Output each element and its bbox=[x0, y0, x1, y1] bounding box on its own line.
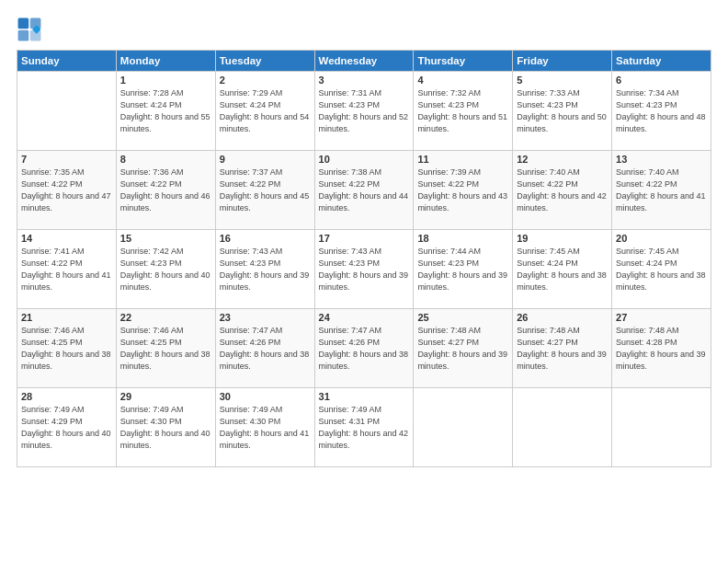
day-number: 11 bbox=[417, 154, 508, 165]
calendar-week-row: 21Sunrise: 7:46 AMSunset: 4:25 PMDayligh… bbox=[17, 309, 711, 388]
day-info: Sunrise: 7:48 AMSunset: 4:28 PMDaylight:… bbox=[616, 325, 707, 373]
day-info: Sunrise: 7:31 AMSunset: 4:23 PMDaylight:… bbox=[319, 87, 410, 135]
day-number: 2 bbox=[220, 75, 311, 86]
day-info: Sunrise: 7:49 AMSunset: 4:30 PMDaylight:… bbox=[220, 404, 311, 452]
calendar-cell: 28Sunrise: 7:49 AMSunset: 4:29 PMDayligh… bbox=[17, 388, 117, 467]
page: SundayMondayTuesdayWednesdayThursdayFrid… bbox=[0, 0, 728, 563]
calendar-cell: 19Sunrise: 7:45 AMSunset: 4:24 PMDayligh… bbox=[513, 230, 612, 309]
day-info: Sunrise: 7:47 AMSunset: 4:26 PMDaylight:… bbox=[319, 325, 410, 373]
day-info: Sunrise: 7:36 AMSunset: 4:22 PMDaylight:… bbox=[120, 167, 211, 214]
calendar-cell: 22Sunrise: 7:46 AMSunset: 4:25 PMDayligh… bbox=[116, 309, 215, 388]
calendar-cell: 26Sunrise: 7:48 AMSunset: 4:27 PMDayligh… bbox=[513, 309, 612, 388]
day-number: 14 bbox=[21, 233, 112, 244]
svg-rect-2 bbox=[18, 30, 29, 41]
calendar-cell: 17Sunrise: 7:43 AMSunset: 4:23 PMDayligh… bbox=[314, 230, 414, 309]
day-number: 7 bbox=[21, 154, 112, 165]
day-info: Sunrise: 7:32 AMSunset: 4:23 PMDaylight:… bbox=[417, 87, 508, 135]
day-number: 10 bbox=[319, 154, 410, 165]
calendar-cell: 12Sunrise: 7:40 AMSunset: 4:22 PMDayligh… bbox=[513, 151, 612, 230]
calendar-cell: 2Sunrise: 7:29 AMSunset: 4:24 PMDaylight… bbox=[215, 72, 314, 151]
calendar-cell: 1Sunrise: 7:28 AMSunset: 4:24 PMDaylight… bbox=[116, 72, 215, 151]
day-info: Sunrise: 7:38 AMSunset: 4:22 PMDaylight:… bbox=[319, 167, 410, 214]
calendar-cell: 18Sunrise: 7:44 AMSunset: 4:23 PMDayligh… bbox=[414, 230, 513, 309]
day-number: 20 bbox=[616, 233, 707, 244]
calendar-cell: 5Sunrise: 7:33 AMSunset: 4:23 PMDaylight… bbox=[513, 72, 612, 151]
calendar-cell: 4Sunrise: 7:32 AMSunset: 4:23 PMDaylight… bbox=[414, 72, 513, 151]
day-number: 3 bbox=[319, 75, 410, 86]
calendar-day-header: Sunday bbox=[17, 51, 117, 72]
calendar-cell: 7Sunrise: 7:35 AMSunset: 4:22 PMDaylight… bbox=[17, 151, 117, 230]
day-info: Sunrise: 7:47 AMSunset: 4:26 PMDaylight:… bbox=[220, 325, 311, 373]
day-info: Sunrise: 7:40 AMSunset: 4:22 PMDaylight:… bbox=[616, 167, 707, 214]
day-info: Sunrise: 7:45 AMSunset: 4:24 PMDaylight:… bbox=[616, 246, 707, 293]
day-number: 13 bbox=[616, 154, 707, 165]
calendar-cell: 14Sunrise: 7:41 AMSunset: 4:22 PMDayligh… bbox=[17, 230, 117, 309]
calendar-day-header: Saturday bbox=[612, 51, 711, 72]
calendar-cell: 23Sunrise: 7:47 AMSunset: 4:26 PMDayligh… bbox=[215, 309, 314, 388]
calendar-day-header: Monday bbox=[116, 51, 215, 72]
day-number: 24 bbox=[319, 312, 410, 323]
calendar-cell: 27Sunrise: 7:48 AMSunset: 4:28 PMDayligh… bbox=[612, 309, 711, 388]
day-number: 30 bbox=[220, 391, 311, 402]
day-number: 8 bbox=[120, 154, 211, 165]
calendar-cell: 10Sunrise: 7:38 AMSunset: 4:22 PMDayligh… bbox=[314, 151, 414, 230]
day-number: 26 bbox=[517, 312, 608, 323]
day-info: Sunrise: 7:43 AMSunset: 4:23 PMDaylight:… bbox=[220, 246, 311, 293]
calendar-day-header: Tuesday bbox=[215, 51, 314, 72]
day-info: Sunrise: 7:45 AMSunset: 4:24 PMDaylight:… bbox=[517, 246, 608, 293]
calendar-week-row: 7Sunrise: 7:35 AMSunset: 4:22 PMDaylight… bbox=[17, 151, 711, 230]
day-info: Sunrise: 7:49 AMSunset: 4:30 PMDaylight:… bbox=[120, 404, 211, 452]
calendar-cell bbox=[414, 388, 513, 467]
day-number: 21 bbox=[21, 312, 112, 323]
day-info: Sunrise: 7:35 AMSunset: 4:22 PMDaylight:… bbox=[21, 167, 112, 214]
day-info: Sunrise: 7:48 AMSunset: 4:27 PMDaylight:… bbox=[517, 325, 608, 373]
day-number: 1 bbox=[120, 75, 211, 86]
calendar-cell: 8Sunrise: 7:36 AMSunset: 4:22 PMDaylight… bbox=[116, 151, 215, 230]
day-number: 31 bbox=[319, 391, 410, 402]
day-number: 17 bbox=[319, 233, 410, 244]
day-info: Sunrise: 7:43 AMSunset: 4:23 PMDaylight:… bbox=[319, 246, 410, 293]
calendar-cell bbox=[612, 388, 711, 467]
day-number: 28 bbox=[21, 391, 112, 402]
header bbox=[17, 17, 711, 42]
calendar-week-row: 14Sunrise: 7:41 AMSunset: 4:22 PMDayligh… bbox=[17, 230, 711, 309]
day-number: 25 bbox=[417, 312, 508, 323]
day-number: 5 bbox=[517, 75, 608, 86]
day-info: Sunrise: 7:41 AMSunset: 4:22 PMDaylight:… bbox=[21, 246, 112, 293]
calendar-cell: 21Sunrise: 7:46 AMSunset: 4:25 PMDayligh… bbox=[17, 309, 117, 388]
calendar-cell: 3Sunrise: 7:31 AMSunset: 4:23 PMDaylight… bbox=[314, 72, 414, 151]
calendar-cell: 29Sunrise: 7:49 AMSunset: 4:30 PMDayligh… bbox=[116, 388, 215, 467]
day-info: Sunrise: 7:49 AMSunset: 4:29 PMDaylight:… bbox=[21, 404, 112, 452]
day-number: 15 bbox=[120, 233, 211, 244]
day-number: 22 bbox=[120, 312, 211, 323]
calendar-cell: 31Sunrise: 7:49 AMSunset: 4:31 PMDayligh… bbox=[314, 388, 414, 467]
day-info: Sunrise: 7:28 AMSunset: 4:24 PMDaylight:… bbox=[120, 87, 211, 135]
day-number: 4 bbox=[417, 75, 508, 86]
day-info: Sunrise: 7:46 AMSunset: 4:25 PMDaylight:… bbox=[120, 325, 211, 373]
calendar-cell: 11Sunrise: 7:39 AMSunset: 4:22 PMDayligh… bbox=[414, 151, 513, 230]
calendar-day-header: Wednesday bbox=[314, 51, 414, 72]
svg-rect-0 bbox=[18, 18, 29, 29]
calendar-cell: 13Sunrise: 7:40 AMSunset: 4:22 PMDayligh… bbox=[612, 151, 711, 230]
day-info: Sunrise: 7:48 AMSunset: 4:27 PMDaylight:… bbox=[417, 325, 508, 373]
day-number: 27 bbox=[616, 312, 707, 323]
day-info: Sunrise: 7:33 AMSunset: 4:23 PMDaylight:… bbox=[517, 87, 608, 135]
calendar-day-header: Friday bbox=[513, 51, 612, 72]
calendar-table: SundayMondayTuesdayWednesdayThursdayFrid… bbox=[17, 50, 711, 467]
calendar-day-header: Thursday bbox=[414, 51, 513, 72]
logo-icon bbox=[17, 17, 42, 42]
calendar-cell bbox=[513, 388, 612, 467]
calendar-cell: 6Sunrise: 7:34 AMSunset: 4:23 PMDaylight… bbox=[612, 72, 711, 151]
day-info: Sunrise: 7:34 AMSunset: 4:23 PMDaylight:… bbox=[616, 87, 707, 135]
calendar-cell: 24Sunrise: 7:47 AMSunset: 4:26 PMDayligh… bbox=[314, 309, 414, 388]
day-number: 29 bbox=[120, 391, 211, 402]
day-info: Sunrise: 7:37 AMSunset: 4:22 PMDaylight:… bbox=[220, 167, 311, 214]
day-number: 9 bbox=[220, 154, 311, 165]
day-info: Sunrise: 7:49 AMSunset: 4:31 PMDaylight:… bbox=[319, 404, 410, 452]
calendar-cell: 20Sunrise: 7:45 AMSunset: 4:24 PMDayligh… bbox=[612, 230, 711, 309]
calendar-cell: 30Sunrise: 7:49 AMSunset: 4:30 PMDayligh… bbox=[215, 388, 314, 467]
calendar-cell: 25Sunrise: 7:48 AMSunset: 4:27 PMDayligh… bbox=[414, 309, 513, 388]
day-info: Sunrise: 7:46 AMSunset: 4:25 PMDaylight:… bbox=[21, 325, 112, 373]
day-number: 18 bbox=[417, 233, 508, 244]
day-info: Sunrise: 7:42 AMSunset: 4:23 PMDaylight:… bbox=[120, 246, 211, 293]
